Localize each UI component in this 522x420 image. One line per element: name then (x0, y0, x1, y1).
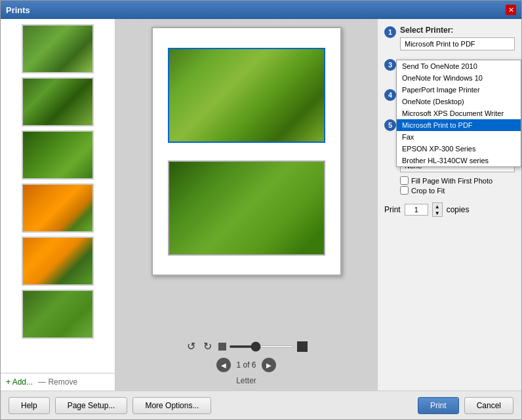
copies-decrement-button[interactable]: ▼ (433, 210, 442, 216)
nav-row: ◀ 1 of 6 ▶ (216, 358, 275, 372)
printer-dropdown[interactable]: Brother HL-3140CW series Send To OneNote… (400, 37, 515, 50)
thumbnail-list (1, 19, 115, 373)
prev-page-button[interactable]: ◀ (216, 358, 231, 372)
preview-panel: ↺ ↻ ◀ 1 of 6 ▶ Letter (115, 19, 377, 391)
paper-size-preview-label: Letter (236, 376, 256, 385)
preview-photo-top (168, 48, 325, 143)
preview-controls: ↺ ↻ ◀ 1 of 6 ▶ Letter (186, 339, 308, 385)
printer-option-epson[interactable]: EPSON XP-300 Series (397, 143, 521, 155)
print-button[interactable]: Print (418, 397, 459, 414)
step1-row: 1 Select Printer: Brother HL-3140CW seri… (384, 26, 515, 50)
zoom-control (218, 341, 308, 352)
copies-prefix-label: Print (384, 205, 401, 214)
printer-option-paperport[interactable]: PaperPort Image Printer (397, 84, 521, 96)
printer-option-onenote-desktop[interactable]: OneNote (Desktop) (397, 96, 521, 107)
list-item[interactable] (22, 24, 94, 73)
list-item[interactable] (22, 130, 94, 180)
copies-spinner: ▲ ▼ (432, 202, 443, 217)
printer-option-fax[interactable]: Fax (397, 131, 521, 143)
step3-number: 3 (384, 59, 396, 71)
page-preview (151, 27, 342, 276)
printer-option-onenote-win10[interactable]: OneNote for Windows 10 (397, 72, 521, 84)
bottom-left-buttons: Help Page Setup... More Options... (9, 397, 211, 414)
add-button[interactable]: + Add... (6, 377, 33, 387)
crop-to-fit-row: Crop to Fit (400, 186, 515, 195)
printer-option-xps[interactable]: Microsoft XPS Document Writer (397, 107, 521, 119)
crop-to-fit-label[interactable]: Crop to Fit (411, 187, 445, 195)
list-item[interactable] (22, 77, 94, 126)
thumbnail-panel: + Add... — Remove (1, 19, 115, 391)
printer-option-send-onenote[interactable]: Send To OneNote 2010 (397, 60, 521, 72)
step1-number: 1 (384, 26, 396, 38)
bottom-right-buttons: Print Cancel (418, 397, 513, 414)
photo-image-2 (169, 162, 324, 254)
copies-increment-button[interactable]: ▲ (433, 203, 442, 210)
dialog-title: Prints (6, 5, 30, 15)
zoom-slider[interactable] (229, 345, 294, 348)
zoom-max-icon (297, 341, 308, 352)
cancel-button[interactable]: Cancel (464, 397, 513, 414)
fill-page-label[interactable]: Fill Page With First Photo (411, 177, 492, 185)
photo-image-1 (169, 49, 324, 142)
thumbnail-footer: + Add... — Remove (1, 373, 115, 391)
close-button[interactable]: ✕ (506, 5, 516, 15)
main-content: + Add... — Remove ↺ ↻ (1, 19, 521, 391)
rotate-left-button[interactable]: ↺ (186, 339, 197, 354)
step4-number: 4 (384, 89, 396, 101)
fill-page-row: Fill Page With First Photo (400, 176, 515, 185)
next-page-button[interactable]: ▶ (262, 358, 276, 372)
preview-photo-bottom (168, 161, 325, 256)
fill-page-checkbox[interactable] (400, 176, 409, 185)
help-button[interactable]: Help (9, 397, 50, 414)
more-options-button[interactable]: More Options... (132, 397, 211, 414)
zoom-min-icon (218, 343, 226, 351)
page-setup-button[interactable]: Page Setup... (55, 397, 128, 414)
list-item[interactable] (22, 290, 94, 339)
list-item[interactable] (22, 237, 94, 286)
crop-to-fit-checkbox[interactable] (400, 186, 409, 195)
printer-dropdown-popup: Send To OneNote 2010 OneNote for Windows… (396, 60, 521, 167)
printer-dropdown-container: Brother HL-3140CW series Send To OneNote… (400, 37, 515, 50)
step1-content: Select Printer: Brother HL-3140CW series… (400, 26, 515, 50)
remove-button[interactable]: — Remove (38, 377, 77, 387)
title-bar: Prints ✕ (1, 1, 521, 19)
step5-number: 5 (384, 119, 396, 131)
bottom-bar: Help Page Setup... More Options... Print… (1, 391, 521, 419)
right-panel: 1 Select Printer: Brother HL-3140CW seri… (377, 19, 521, 391)
copies-row: Print ▲ ▼ copies (384, 202, 515, 217)
copies-suffix-label: copies (447, 205, 470, 214)
rotate-right-button[interactable]: ↻ (202, 339, 213, 354)
printer-option-brother[interactable]: Brother HL-3140CW series (397, 155, 521, 166)
copies-input[interactable] (405, 204, 428, 216)
printer-option-pdf[interactable]: Microsoft Print to PDF (397, 119, 521, 131)
step1-label: Select Printer: (400, 26, 515, 35)
toolbar-row: ↺ ↻ (186, 339, 308, 354)
prints-dialog: Prints ✕ + Add... — Remove (0, 0, 522, 420)
list-item[interactable] (22, 183, 94, 233)
page-info: 1 of 6 (236, 360, 256, 370)
